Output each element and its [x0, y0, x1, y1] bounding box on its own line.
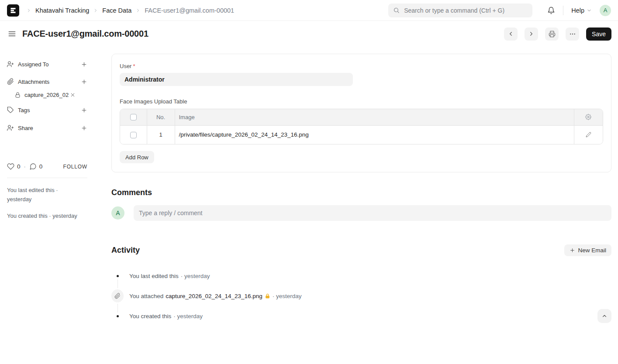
- user-avatar[interactable]: A: [600, 5, 611, 16]
- activity-timestamp: · yesterday: [181, 273, 210, 279]
- comment-compose-row: A: [111, 205, 611, 221]
- prev-document-button[interactable]: [504, 27, 518, 41]
- share-label: Share: [18, 125, 33, 131]
- comments-section: Comments A: [111, 188, 611, 221]
- user-field-label: User*: [120, 63, 603, 69]
- scroll-to-top-button[interactable]: [597, 309, 611, 323]
- grid-header-row: No. Image: [120, 109, 603, 125]
- grid-settings-button[interactable]: [583, 112, 593, 122]
- face-images-table-label: Face Images Upload Table: [120, 98, 603, 105]
- next-document-button[interactable]: [525, 27, 538, 41]
- row-image-path[interactable]: /private/files/capture_2026_02_24_14_23_…: [175, 125, 574, 144]
- tag-icon: [7, 106, 14, 113]
- plus-icon: [570, 247, 575, 253]
- sidebar-item-attachments[interactable]: Attachments: [7, 78, 87, 85]
- page-title: FACE-user1@gmail.com-00001: [22, 29, 148, 39]
- last-edited-note: You last edited this · yesterday: [7, 185, 73, 204]
- help-menu[interactable]: Help: [571, 7, 592, 14]
- activity-attachment-link[interactable]: capture_2026_02_24_14_23_16.png: [166, 293, 262, 299]
- lock-icon: [265, 293, 270, 299]
- sidebar-item-tags[interactable]: Tags: [7, 106, 87, 113]
- user-plus-icon: [7, 124, 14, 131]
- comment-input[interactable]: [134, 205, 611, 221]
- heart-icon[interactable]: [7, 163, 14, 170]
- search-icon: [393, 7, 400, 14]
- lock-icon: [14, 92, 21, 98]
- attachment-item: capture_2026_02: [7, 92, 87, 98]
- like-count: 0: [17, 163, 21, 170]
- required-marker: *: [133, 63, 135, 69]
- search-input[interactable]: [403, 7, 528, 14]
- created-note: You created this · yesterday: [7, 211, 87, 220]
- select-all-checkbox[interactable]: [130, 114, 137, 120]
- user-plus-icon: [7, 61, 14, 68]
- navbar-left: Khatavahi Tracking Face Data FACE-user1@…: [7, 4, 388, 17]
- activity-text: You attached: [129, 293, 163, 299]
- paperclip-icon: [111, 289, 124, 302]
- assigned-to-label: Assigned To: [18, 61, 49, 68]
- activity-text: You created this: [129, 313, 171, 319]
- chevron-right-icon: [26, 8, 31, 13]
- breadcrumb-workspace[interactable]: Khatavahi Tracking: [35, 7, 89, 14]
- comments-heading: Comments: [111, 188, 611, 197]
- new-email-button[interactable]: New Email: [564, 244, 611, 256]
- row-checkbox[interactable]: [130, 132, 137, 138]
- add-assignment-button[interactable]: [81, 61, 87, 68]
- navbar-right: Help A: [547, 5, 611, 16]
- grid-row[interactable]: 1 /private/files/capture_2026_02_24_14_2…: [120, 125, 603, 144]
- paperclip-icon: [7, 78, 14, 85]
- app-logo-icon[interactable]: [7, 4, 19, 17]
- comment-bubble-icon[interactable]: [29, 163, 37, 170]
- user-label-text: User: [120, 63, 131, 69]
- breadcrumb-document: FACE-user1@gmail.com-00001: [145, 7, 234, 14]
- face-images-grid: No. Image 1 /private/files/capture_2026_…: [120, 109, 603, 144]
- add-tag-button[interactable]: [81, 107, 87, 113]
- chevron-up-icon: [601, 313, 608, 319]
- activity-heading: Activity: [111, 246, 140, 255]
- new-email-label: New Email: [578, 247, 606, 254]
- activity-item: You last edited this · yesterday: [111, 269, 611, 282]
- column-header-no: No.: [147, 109, 175, 125]
- save-button[interactable]: Save: [586, 27, 611, 41]
- navbar-divider: [563, 6, 563, 15]
- sidebar-item-assigned-to[interactable]: Assigned To: [7, 61, 87, 68]
- form-main: User* Face Images Upload Table No. Image: [111, 47, 611, 323]
- activity-header: Activity New Email: [111, 244, 611, 256]
- counts-separator: ·: [24, 163, 26, 170]
- follow-button[interactable]: FOLLOW: [63, 164, 87, 170]
- remove-attachment-icon[interactable]: [70, 92, 76, 98]
- activity-timestamp: · yesterday: [273, 293, 302, 299]
- chevron-left-icon: [508, 31, 514, 37]
- page-actions: Save: [504, 27, 611, 41]
- sidebar-item-share[interactable]: Share: [7, 124, 87, 131]
- attachment-file-link[interactable]: capture_2026_02: [24, 92, 69, 98]
- printer-icon: [549, 31, 556, 38]
- help-label: Help: [571, 7, 584, 14]
- breadcrumb: Khatavahi Tracking Face Data FACE-user1@…: [26, 7, 234, 14]
- edit-row-button[interactable]: [584, 130, 593, 139]
- global-search[interactable]: [388, 3, 532, 17]
- activity-timestamp: · yesterday: [173, 313, 203, 319]
- print-button[interactable]: [545, 27, 559, 41]
- add-attachment-button[interactable]: [81, 79, 87, 85]
- add-row-button[interactable]: Add Row: [120, 151, 154, 163]
- breadcrumb-doctype[interactable]: Face Data: [102, 7, 131, 14]
- user-field[interactable]: [120, 73, 353, 86]
- tags-label: Tags: [18, 107, 30, 113]
- chevron-right-icon: [528, 31, 535, 37]
- row-number: 1: [147, 125, 175, 144]
- attachments-label: Attachments: [18, 79, 49, 85]
- activity-item: You attached capture_2026_02_24_14_23_16…: [111, 289, 611, 302]
- gear-icon: [585, 114, 591, 120]
- bell-icon[interactable]: [547, 7, 555, 14]
- navbar: Khatavahi Tracking Face Data FACE-user1@…: [0, 0, 618, 21]
- hamburger-menu-icon[interactable]: [7, 29, 17, 39]
- activity-item: You created this · yesterday: [111, 309, 611, 323]
- chevron-down-icon: [587, 8, 592, 13]
- form-card: User* Face Images Upload Table No. Image: [111, 54, 611, 172]
- comment-count: 0: [39, 163, 43, 170]
- page-header: FACE-user1@gmail.com-00001 Save: [0, 21, 618, 47]
- add-share-button[interactable]: [81, 125, 87, 131]
- form-sidebar: Assigned To Attachments capture_2026_02 …: [7, 47, 87, 220]
- more-options-button[interactable]: [566, 27, 579, 41]
